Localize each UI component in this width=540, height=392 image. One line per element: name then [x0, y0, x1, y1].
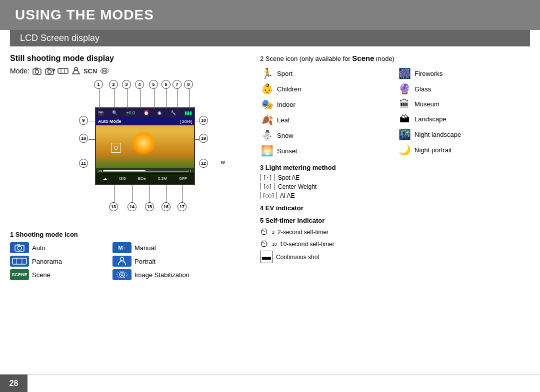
ai-ae-item: [○○] Ai AE [260, 192, 530, 199]
label-18: 18 [79, 134, 88, 143]
content-area: Still shooting mode display Mode: M [0, 54, 540, 280]
label-9: 9 [79, 116, 88, 125]
svg-rect-16 [12, 258, 26, 264]
camera-m-icon: M [44, 67, 56, 75]
spot-ae-label: Spot AE [278, 174, 300, 181]
right-panel: 2 Scene icon (only available for Scene m… [260, 54, 530, 280]
auto-camera-icon [14, 244, 25, 252]
lcd-mode-bar: Auto Mode [ 2099] [96, 117, 194, 125]
panorama-svg [12, 257, 27, 265]
svg-point-4 [48, 70, 51, 73]
scene-title-bold: Scene [352, 54, 374, 62]
ev-section: 4 EV indicator [260, 204, 530, 212]
ptr-17 [182, 185, 183, 202]
mode-item-scene: SCENE Scene [10, 269, 110, 280]
ai-ae-label: Ai AE [280, 192, 294, 199]
snow-icon: ⛄ [260, 129, 274, 141]
svg-text:M: M [52, 68, 56, 72]
bottom-divider [0, 374, 540, 375]
timer-2s-label: 2-second self-timer [278, 229, 328, 236]
label-17: 17 [178, 202, 186, 211]
pointer-line-3 [127, 89, 128, 109]
stabilization-badge [112, 269, 132, 280]
scene-landscape: 🏔 Landscape [398, 112, 530, 126]
landscape-icon: 🏔 [398, 113, 412, 125]
fireworks-icon: 🎆 [398, 67, 412, 79]
portrait-label: Portrait [134, 258, 156, 265]
w-indicator: W [221, 160, 226, 165]
svg-point-1 [35, 70, 38, 73]
pointer-line-8 [189, 89, 190, 109]
scene-glass: 🔮 Glass [398, 82, 530, 96]
timer-10s-label: 10-second self-timer [280, 241, 334, 248]
svg-point-20 [120, 272, 124, 277]
scene-children: 👶 Children [260, 82, 392, 96]
label-3: 3 [122, 80, 131, 89]
camera-diagram: 1 2 3 4 5 6 7 8 9 18 11 10 19 12 13 14 1… [35, 80, 225, 225]
sunset-label: Sunset [277, 147, 297, 155]
mode-item-auto: Auto [10, 242, 110, 253]
scene-title-prefix: 2 Scene icon (only available for [260, 55, 352, 62]
continuous-label: Continuous shot [276, 254, 320, 261]
panorama-badge [10, 256, 29, 267]
page-number-box: 28 [0, 375, 28, 392]
mode-item-panorama: Panorama [10, 256, 110, 267]
label-10: 10 [199, 116, 208, 125]
label-5: 5 [149, 80, 158, 89]
mode-item-manual: M● Manual [112, 242, 212, 253]
sport-icon: 🏃 [260, 67, 274, 79]
scene-leaf: 🍂 Leaf [260, 113, 392, 127]
label-12: 12 [199, 159, 208, 168]
pointer-line-1 [99, 89, 100, 109]
label-14: 14 [128, 202, 136, 211]
portrait-badge [112, 256, 132, 267]
label-13: 13 [109, 202, 118, 211]
scene-icons-grid: 🏃 Sport 👶 Children 🎭 Indoor 🍂 Leaf [260, 66, 530, 158]
left-panel: Still shooting mode display Mode: M [10, 54, 250, 280]
fireworks-label: Fireworks [414, 70, 442, 77]
scene-badge: SCENE [10, 269, 29, 280]
page-title-bar: USING THE MODES [0, 0, 540, 30]
shooting-modes-section: 1 Shooting mode icon Auto [10, 231, 250, 280]
continuous-shot: ▬ Continuous shot [260, 251, 530, 263]
section-header-text: LCD Screen display [20, 33, 100, 43]
scene-label: Scene [32, 271, 50, 279]
scene-snow: ⛄ Snow [260, 128, 392, 142]
glass-icon: 🔮 [398, 83, 412, 95]
lcd-counter: 2099 [182, 119, 191, 124]
label-1: 1 [94, 80, 103, 89]
timer-2s-icon: ⏲ [260, 227, 269, 237]
lcd-bottom-bar: ☁ ISO BO± 0.3M OFF [96, 173, 194, 184]
ev-title: 4 EV indicator [260, 204, 530, 212]
scene-museum: 🏛 Museum [398, 97, 530, 111]
ptr-15 [149, 185, 150, 202]
lcd-mode-text: Auto Mode [98, 119, 122, 124]
snow-label: Snow [277, 132, 294, 139]
svg-rect-7 [58, 68, 68, 73]
continuous-icon: ▬ [260, 251, 273, 263]
stab-svg [114, 270, 130, 279]
center-weight-icon: [○] [260, 183, 275, 190]
shooting-mode-title: 1 Shooting mode icon [10, 231, 250, 238]
indoor-label: Indoor [277, 101, 296, 108]
museum-label: Museum [414, 100, 440, 108]
label-11: 11 [79, 159, 88, 168]
manual-label: Manual [134, 244, 156, 252]
timer-10s: ⏲ 10 10-second self-timer [260, 239, 530, 249]
stabilization-label: Image Stabilization [134, 271, 190, 279]
pointer-line-19 [195, 139, 199, 140]
leaf-icon: 🍂 [260, 114, 274, 126]
center-weight-label: Center-Weight [278, 183, 316, 190]
label-2: 2 [109, 80, 118, 89]
lcd-top-bar: 📷 🔍 ±0.0 ⏰ ◉ 🔧 ▮▮▮ [96, 108, 194, 117]
stabilization-icon [99, 67, 110, 75]
panorama-label: Panorama [32, 258, 62, 265]
self-timer-title: 5 Self-timer indicator [260, 217, 530, 224]
pointer-line-9 [88, 121, 95, 121]
ptr-14 [132, 185, 133, 202]
glass-label: Glass [414, 85, 431, 93]
night-portrait-icon: 🌙 [398, 144, 412, 156]
ptr-13 [114, 185, 114, 202]
light-metering-title: 3 Light metering method [260, 164, 530, 171]
scene-title-suffix: mode) [374, 55, 394, 62]
